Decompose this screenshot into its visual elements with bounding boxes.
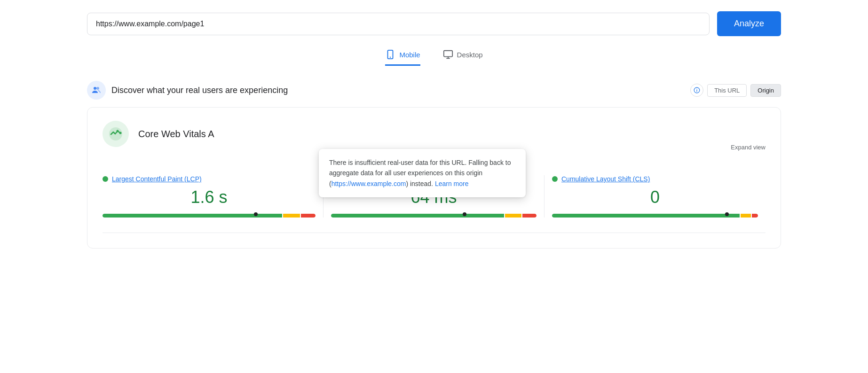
tooltip-text-after: ) instead. [406,180,434,187]
users-icon [91,85,102,96]
tab-mobile[interactable]: Mobile [385,49,420,66]
bar-seg-orange-lcp [283,214,300,218]
tooltip-learn-more-link[interactable]: Learn more [435,180,469,187]
bar-marker-inp [463,212,466,217]
url-input-wrapper [87,13,710,35]
bar-bg-inp [331,214,537,218]
bar-marker-cls [725,212,729,217]
metric-col-lcp: Largest Contentful Paint (LCP) 1.6 s [103,175,324,218]
bar-seg-red-cls [752,214,758,218]
tab-mobile-label: Mobile [399,51,420,59]
section-icon [87,81,106,100]
bar-seg-green-inp [331,214,504,218]
bar-bg-lcp [103,214,316,218]
section-title-group: Discover what your real users are experi… [87,81,288,100]
bar-seg-orange-inp [505,214,521,218]
url-input[interactable] [96,20,701,28]
expand-view-link[interactable]: Expand view [731,144,765,151]
metric-label-row-cls: Cumulative Layout Shift (CLS) [552,175,758,183]
cwv-title: Core Web Vitals A [138,129,214,140]
svg-rect-3 [443,51,452,57]
metric-col-cls: Cumulative Layout Shift (CLS) 0 [544,175,765,218]
cwv-icon [108,126,123,141]
info-icon [694,87,700,93]
this-url-button[interactable]: This URL [707,84,747,97]
bottom-divider [103,233,765,233]
bar-seg-green-cls [552,214,740,218]
mobile-icon [385,49,395,60]
tooltip-popup: There is insufficient real-user data for… [319,149,526,197]
tabs-row: Mobile Desktop [87,49,781,66]
desktop-icon [443,49,453,60]
metric-dot-cls [552,176,558,182]
origin-button[interactable]: Origin [750,84,781,97]
marker-dot-inp [463,212,466,216]
tab-desktop-label: Desktop [457,51,483,59]
metric-label-lcp[interactable]: Largest Contentful Paint (LCP) [112,175,202,183]
cwv-icon-wrapper [103,121,129,147]
analyze-button[interactable]: Analyze [717,11,781,36]
section-header: Discover what your real users are experi… [87,81,781,100]
cwv-header: Core Web Vitals A There is insufficient … [103,121,765,147]
bar-seg-red-inp [522,214,537,218]
url-bar-row: Analyze [87,11,781,36]
metric-value-cls: 0 [552,187,758,207]
marker-dot-lcp [254,212,258,216]
content-card: Core Web Vitals A There is insufficient … [87,107,781,249]
marker-dot-cls [725,212,729,216]
bar-seg-orange-cls [741,214,751,218]
section-title: Discover what your real users are experi… [111,85,288,95]
bar-marker-lcp [254,212,258,217]
svg-point-13 [119,132,122,134]
bar-seg-red-lcp [301,214,316,218]
progress-bar-cls [552,214,758,218]
tab-desktop[interactable]: Desktop [443,49,483,66]
metric-value-lcp: 1.6 s [103,187,316,207]
metric-dot-lcp [103,176,108,182]
progress-bar-lcp [103,214,316,218]
metric-label-cls[interactable]: Cumulative Layout Shift (CLS) [561,175,650,183]
info-circle-button[interactable] [690,84,703,97]
svg-point-10 [696,89,697,89]
metric-label-row-lcp: Largest Contentful Paint (LCP) [103,175,316,183]
svg-point-7 [96,87,99,90]
progress-bar-inp [331,214,537,218]
svg-point-12 [117,130,119,132]
url-origin-toggle: This URL Origin [690,84,781,97]
svg-point-6 [94,87,96,90]
svg-point-2 [390,57,391,58]
tooltip-origin-link[interactable]: https://www.example.com [331,180,406,187]
